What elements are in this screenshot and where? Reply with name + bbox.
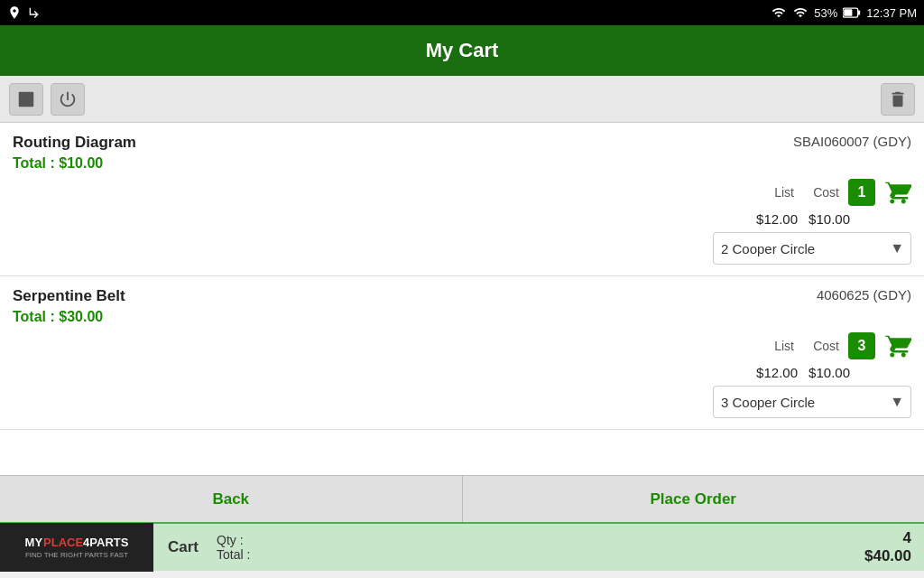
back-button[interactable]: Back bbox=[0, 476, 463, 522]
power-button[interactable] bbox=[51, 83, 85, 116]
trash-button[interactable] bbox=[881, 83, 915, 116]
gps-icon bbox=[7, 5, 22, 20]
signal-icon bbox=[792, 5, 808, 20]
item-name: Serpentine Belt bbox=[13, 287, 125, 305]
cost-label: Cost bbox=[798, 185, 839, 200]
battery-icon bbox=[843, 6, 861, 19]
status-bar-right: 53% 12:37 PM bbox=[771, 5, 917, 20]
status-bar-left bbox=[7, 5, 42, 20]
toolbar bbox=[0, 76, 924, 123]
cart-item-header: Serpentine Belt 4060625 (GDY) bbox=[13, 287, 911, 305]
trash-icon bbox=[888, 89, 908, 109]
location-select[interactable]: 3 Cooper Circle1 Cooper Circle2 Cooper C… bbox=[713, 386, 911, 418]
wifi-icon bbox=[771, 5, 787, 20]
location-select[interactable]: 2 Cooper Circle1 Cooper Circle3 Cooper C… bbox=[713, 232, 911, 265]
item-sku: 4060625 (GDY) bbox=[817, 287, 911, 303]
toolbar-right bbox=[881, 83, 915, 116]
item-total: Total : $30.00 bbox=[13, 309, 911, 325]
route-icon bbox=[27, 5, 42, 20]
qty-badge: 1 bbox=[848, 179, 875, 206]
list-price: $12.00 bbox=[749, 365, 798, 380]
list-price: $12.00 bbox=[749, 211, 798, 227]
location-dropdown: 3 Cooper Circle1 Cooper Circle2 Cooper C… bbox=[13, 386, 911, 418]
logo-my: MY bbox=[25, 536, 43, 549]
cart-item: Routing Diagram SBAI060007 (GDY) Total :… bbox=[0, 123, 924, 276]
item-total: Total : $10.00 bbox=[13, 155, 911, 172]
footer-info: Qty : Total : bbox=[213, 533, 864, 562]
footer-right: 4 $40.00 bbox=[864, 529, 924, 565]
cost-price: $10.00 bbox=[801, 211, 850, 227]
item-sku: SBAI060007 (GDY) bbox=[793, 134, 911, 149]
footer-qty-row: Qty : bbox=[217, 533, 864, 547]
logo-subtitle: FIND THE RIGHT PARTS FAST bbox=[25, 551, 129, 559]
list-label: List bbox=[753, 339, 794, 353]
add-to-cart-icon[interactable] bbox=[884, 332, 911, 359]
footer: MY PLACE 4PARTS FIND THE RIGHT PARTS FAS… bbox=[0, 522, 924, 571]
location-select-wrap: 2 Cooper Circle1 Cooper Circle3 Cooper C… bbox=[713, 232, 911, 265]
location-select-wrap: 3 Cooper Circle1 Cooper Circle2 Cooper C… bbox=[713, 386, 911, 418]
stop-button[interactable] bbox=[9, 83, 43, 116]
footer-logo: MY PLACE 4PARTS FIND THE RIGHT PARTS FAS… bbox=[0, 523, 153, 572]
price-values-row: $12.00 $10.00 bbox=[13, 365, 911, 380]
cost-label: Cost bbox=[798, 339, 839, 353]
price-values-row: $12.00 $10.00 bbox=[13, 211, 911, 227]
logo-4parts: 4PARTS bbox=[83, 536, 128, 549]
stop-icon bbox=[16, 89, 36, 109]
battery-percent: 53% bbox=[814, 6, 837, 20]
qty-badge: 3 bbox=[848, 332, 875, 359]
footer-total-value: $40.00 bbox=[864, 547, 911, 565]
logo-place: PLACE bbox=[43, 536, 83, 549]
svg-rect-3 bbox=[19, 91, 34, 107]
svg-rect-1 bbox=[858, 11, 861, 15]
toolbar-left bbox=[9, 83, 85, 116]
status-bar: 53% 12:37 PM bbox=[0, 0, 924, 25]
footer-cart-label: Cart bbox=[153, 538, 213, 556]
header: My Cart bbox=[0, 25, 924, 76]
footer-qty-value: 4 bbox=[903, 529, 911, 547]
bottom-nav: Back Place Order bbox=[0, 475, 924, 522]
pricing-row: List Cost 3 bbox=[13, 332, 911, 359]
location-dropdown: 2 Cooper Circle1 Cooper Circle3 Cooper C… bbox=[13, 232, 911, 265]
footer-qty-label: Qty : bbox=[217, 533, 244, 547]
footer-total-row: Total : bbox=[217, 547, 864, 562]
power-icon bbox=[58, 89, 78, 109]
cost-price: $10.00 bbox=[801, 365, 850, 380]
cart-content: Routing Diagram SBAI060007 (GDY) Total :… bbox=[0, 123, 924, 475]
time-display: 12:37 PM bbox=[866, 6, 917, 20]
cart-item-header: Routing Diagram SBAI060007 (GDY) bbox=[13, 134, 911, 152]
place-order-button[interactable]: Place Order bbox=[463, 476, 925, 522]
footer-total-label: Total : bbox=[217, 547, 250, 562]
pricing-row: List Cost 1 bbox=[13, 179, 911, 206]
cart-item: Serpentine Belt 4060625 (GDY) Total : $3… bbox=[0, 276, 924, 430]
svg-rect-2 bbox=[845, 9, 853, 16]
list-label: List bbox=[753, 185, 794, 200]
add-to-cart-icon[interactable] bbox=[884, 179, 911, 206]
item-name: Routing Diagram bbox=[13, 134, 136, 152]
page-title: My Cart bbox=[426, 39, 499, 62]
